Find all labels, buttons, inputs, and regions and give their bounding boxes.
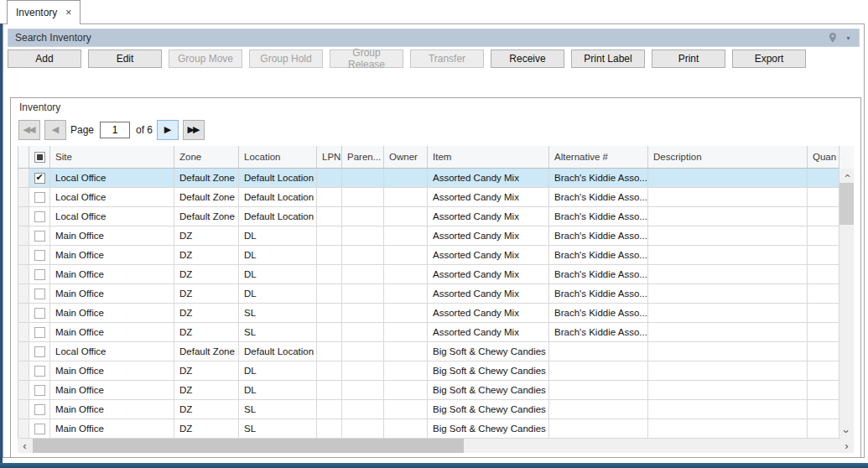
table-row[interactable]: Main OfficeDZSLBig Soft & Chewy Candies [18,419,854,439]
checkbox-cell[interactable] [29,419,50,439]
export-button[interactable]: Export [732,49,806,68]
row-selector[interactable] [18,188,29,207]
row-checkbox[interactable] [34,211,45,222]
tab-close-icon[interactable]: × [65,8,71,18]
row-selector[interactable] [18,361,29,381]
row-checkbox[interactable] [34,250,45,261]
horizontal-scrollbar-thumb[interactable] [33,439,464,453]
cell-alt [549,381,648,400]
row-checkbox[interactable] [34,269,45,280]
checkbox-cell[interactable] [29,304,50,323]
row-selector[interactable] [18,419,29,439]
next-page-button[interactable]: ▶ [157,120,179,140]
row-checkbox[interactable] [34,308,45,319]
search-inventory-expander[interactable]: Search Inventory ▼ [8,29,860,47]
checkbox-cell[interactable] [29,284,50,304]
cell-zone: Default Zone [174,207,239,226]
row-selector[interactable] [18,381,29,400]
table-row[interactable]: Main OfficeDZDLAssorted Candy MixBrach's… [18,284,854,304]
location-pin-icon[interactable] [828,32,838,44]
checkbox-cell[interactable] [29,188,50,207]
table-row[interactable]: Main OfficeDZDLAssorted Candy MixBrach's… [18,226,854,246]
row-checkbox[interactable] [34,346,45,357]
cell-location: DL [239,381,317,400]
checkbox-cell[interactable]: ✔ [29,169,50,188]
row-checkbox[interactable] [34,385,45,396]
vertical-scrollbar-thumb[interactable] [839,183,854,225]
row-selector[interactable] [18,169,29,188]
table-row[interactable]: Local OfficeDefault ZoneDefault Location… [18,207,854,226]
row-selector[interactable] [18,304,29,323]
row-checkbox[interactable] [34,192,45,203]
table-row[interactable]: Main OfficeDZSLBig Soft & Chewy Candies [18,400,854,419]
tab-inventory[interactable]: Inventory × [7,0,81,24]
scroll-down-icon[interactable]: › [839,424,854,439]
table-row[interactable]: Local OfficeDefault ZoneDefault Location… [18,188,854,207]
row-checkbox[interactable] [34,327,45,338]
row-checkbox[interactable] [34,289,45,299]
checkbox-cell[interactable] [29,361,50,381]
row-checkbox[interactable] [34,231,45,242]
row-selector[interactable] [18,265,29,284]
table-row[interactable]: Main OfficeDZDLAssorted Candy MixBrach's… [18,246,854,265]
column-header-item[interactable]: Item [428,146,549,169]
table-row[interactable]: Main OfficeDZSLAssorted Candy MixBrach's… [18,323,854,342]
cell-desc [648,265,808,284]
column-header-desc[interactable]: Description [648,146,808,169]
column-header-alt[interactable]: Alternative # [549,146,648,169]
row-selector[interactable] [18,226,29,246]
checkbox-cell[interactable] [29,246,50,265]
chevron-down-icon[interactable]: ▼ [845,35,851,41]
receive-button[interactable]: Receive [491,49,564,68]
table-row[interactable]: Main OfficeDZDLBig Soft & Chewy Candies [18,381,854,400]
table-row[interactable]: ✔Local OfficeDefault ZoneDefault Locatio… [18,169,854,188]
vertical-scrollbar[interactable]: › › [839,169,854,439]
cell-lpn [317,207,342,226]
cell-owner [384,400,428,419]
row-selector[interactable] [18,323,29,342]
column-header-site[interactable]: Site [50,146,174,169]
row-checkbox[interactable]: ✔ [34,173,45,184]
inventory-groupbox-title: Inventory [19,101,60,113]
column-header-location[interactable]: Location [239,146,317,169]
print-button[interactable]: Print [652,49,725,68]
row-selector[interactable] [18,342,29,361]
checkbox-cell[interactable] [29,342,50,361]
row-selector[interactable] [18,400,29,419]
checkbox-cell[interactable] [29,400,50,419]
page-number-input[interactable] [100,122,130,138]
add-button[interactable]: Add [8,49,81,68]
checkbox-cell[interactable] [29,381,50,400]
checkbox-cell[interactable] [29,226,50,246]
column-header-zone[interactable]: Zone [174,146,239,169]
column-header-qty[interactable]: Quan [808,146,839,169]
table-row[interactable]: Main OfficeDZDLBig Soft & Chewy Candies [18,361,854,381]
print-label-button[interactable]: Print Label [571,49,645,68]
cell-item: Assorted Candy Mix [428,284,549,304]
checkbox-cell[interactable] [29,207,50,226]
select-all-checkbox[interactable] [34,152,45,163]
row-selector[interactable] [18,207,29,226]
scroll-up-icon[interactable]: › [839,169,854,183]
horizontal-scrollbar[interactable]: ‹ › [18,439,854,453]
row-checkbox[interactable] [34,404,45,415]
column-header-owner[interactable]: Owner [384,146,428,169]
row-checkbox[interactable] [34,366,45,377]
scroll-left-icon[interactable]: ‹ [18,439,32,453]
row-selector[interactable] [18,284,29,304]
last-page-button[interactable]: ▶▶ [183,120,205,140]
inventory-toolbar: AddEditGroup MoveGroup HoldGroup Release… [8,49,806,68]
cell-parent [342,188,384,207]
column-header-select[interactable] [29,146,50,169]
row-checkbox[interactable] [34,424,45,434]
table-row[interactable]: Main OfficeDZDLAssorted Candy MixBrach's… [18,265,854,284]
column-header-parent[interactable]: Paren... [342,146,384,169]
checkbox-cell[interactable] [29,323,50,342]
table-row[interactable]: Main OfficeDZSLAssorted Candy MixBrach's… [18,304,854,323]
checkbox-cell[interactable] [29,265,50,284]
edit-button[interactable]: Edit [88,49,162,68]
table-row[interactable]: Local OfficeDefault ZoneDefault Location… [18,342,854,361]
scroll-right-icon[interactable]: › [839,439,854,453]
column-header-lpn[interactable]: LPN [317,146,342,169]
row-selector[interactable] [18,246,29,265]
